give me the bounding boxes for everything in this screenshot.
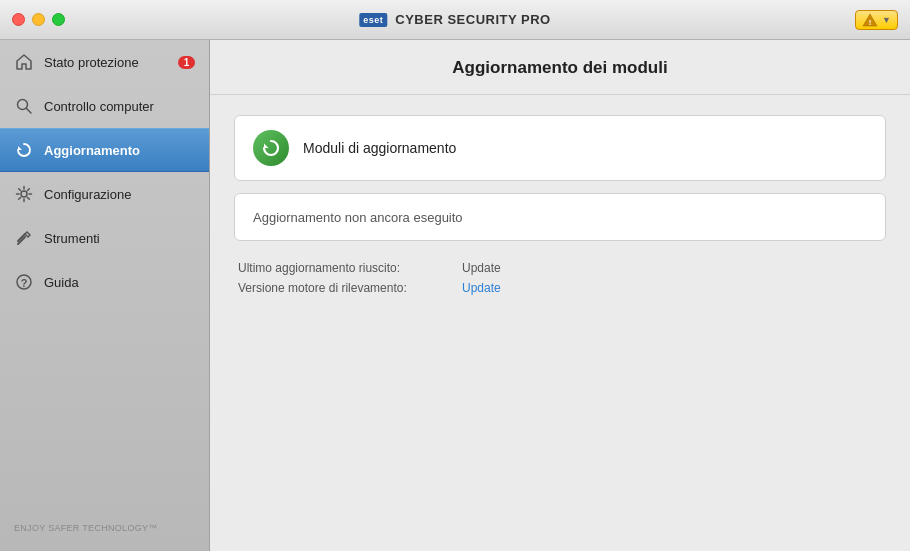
sidebar-footer: ENJOY SAFER TECHNOLOGY™ — [0, 507, 209, 551]
svg-text:?: ? — [21, 277, 28, 289]
svg-text:!: ! — [869, 17, 872, 26]
content-body: Moduli di aggiornamento Aggiornamento no… — [210, 95, 910, 315]
sidebar-footer-text: ENJOY SAFER TECHNOLOGY™ — [14, 523, 158, 533]
maximize-button[interactable] — [52, 13, 65, 26]
info-row-ultimo-aggiornamento: Ultimo aggiornamento riuscito: Update — [238, 261, 882, 275]
status-card: Aggiornamento non ancora eseguito — [234, 193, 886, 241]
sidebar-label-guida: Guida — [44, 275, 79, 290]
sidebar-item-strumenti[interactable]: Strumenti — [0, 216, 209, 260]
title-bar-warning[interactable]: ! ▼ — [855, 10, 898, 30]
warning-button[interactable]: ! ▼ — [855, 10, 898, 30]
minimize-button[interactable] — [32, 13, 45, 26]
update-refresh-icon — [253, 130, 289, 166]
sidebar-item-aggiornamento[interactable]: Aggiornamento — [0, 128, 209, 172]
eset-logo: eset — [359, 13, 387, 27]
sidebar: Stato protezione 1 Controllo computer Ag… — [0, 40, 210, 551]
close-button[interactable] — [12, 13, 25, 26]
title-bar: eset CYBER SECURITY PRO ! ▼ — [0, 0, 910, 40]
tools-icon — [14, 228, 34, 248]
question-icon: ? — [14, 272, 34, 292]
warning-dropdown-icon: ▼ — [882, 15, 891, 25]
update-button-label: Moduli di aggiornamento — [303, 140, 456, 156]
warning-icon: ! — [862, 13, 878, 27]
sidebar-label-aggiornamento: Aggiornamento — [44, 143, 140, 158]
status-text: Aggiornamento non ancora eseguito — [253, 210, 463, 225]
main-container: Stato protezione 1 Controllo computer Ag… — [0, 40, 910, 551]
stato-protezione-badge: 1 — [178, 56, 195, 69]
content-header: Aggiornamento dei moduli — [210, 40, 910, 95]
home-icon — [14, 52, 34, 72]
info-label-versione-motore: Versione motore di rilevamento: — [238, 281, 458, 295]
sidebar-label-strumenti: Strumenti — [44, 231, 100, 246]
info-value-ultimo-aggiornamento: Update — [462, 261, 501, 275]
sidebar-label-controllo-computer: Controllo computer — [44, 99, 154, 114]
info-row-versione-motore: Versione motore di rilevamento: Update — [238, 281, 882, 295]
sidebar-item-controllo-computer[interactable]: Controllo computer — [0, 84, 209, 128]
info-section: Ultimo aggiornamento riuscito: Update Ve… — [234, 253, 886, 295]
sidebar-label-configurazione: Configurazione — [44, 187, 131, 202]
svg-marker-10 — [264, 144, 269, 149]
update-modules-card[interactable]: Moduli di aggiornamento — [234, 115, 886, 181]
svg-marker-4 — [18, 146, 22, 150]
window-controls — [12, 13, 65, 26]
info-value-versione-motore-link[interactable]: Update — [462, 281, 501, 295]
page-title: Aggiornamento dei moduli — [234, 58, 886, 78]
search-icon — [14, 96, 34, 116]
sidebar-item-stato-protezione[interactable]: Stato protezione 1 — [0, 40, 209, 84]
sidebar-item-guida[interactable]: ? Guida — [0, 260, 209, 304]
app-title: CYBER SECURITY PRO — [395, 12, 550, 27]
sidebar-item-configurazione[interactable]: Configurazione — [0, 172, 209, 216]
svg-line-3 — [27, 109, 32, 114]
update-icon — [14, 140, 34, 160]
svg-point-5 — [21, 191, 27, 197]
info-label-ultimo-aggiornamento: Ultimo aggiornamento riuscito: — [238, 261, 458, 275]
content-area: Aggiornamento dei moduli Moduli di aggio… — [210, 40, 910, 551]
sidebar-label-stato-protezione: Stato protezione — [44, 55, 139, 70]
title-bar-center: eset CYBER SECURITY PRO — [359, 12, 550, 27]
gear-icon — [14, 184, 34, 204]
